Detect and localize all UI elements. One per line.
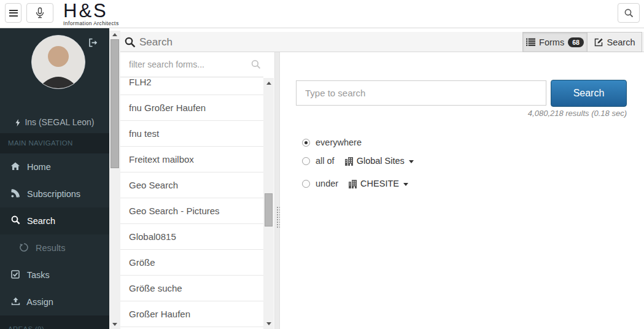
- panel-splitter[interactable]: [274, 52, 280, 329]
- hamburger-icon: [9, 10, 18, 17]
- scroll-up-arrow[interactable]: [109, 31, 120, 38]
- forms-count-badge: 68: [568, 37, 584, 47]
- navbar-search-button[interactable]: [618, 3, 640, 23]
- radio-all-of[interactable]: [302, 157, 310, 165]
- forms-toggle-button[interactable]: Forms 68: [522, 32, 588, 52]
- list-item[interactable]: Freitext mailbox: [120, 147, 263, 172]
- main-content: Search Forms 68: [109, 28, 644, 329]
- voice-search-button[interactable]: [26, 3, 53, 23]
- filter-search-forms-input[interactable]: [129, 52, 246, 77]
- list-icon: [526, 38, 535, 46]
- forms-list-scrollbar[interactable]: [263, 78, 274, 329]
- hamburger-menu-button[interactable]: [5, 3, 21, 23]
- sidebar-item-search[interactable]: Search: [0, 207, 109, 234]
- forms-list-scrollbar-thumb[interactable]: [265, 193, 273, 226]
- results-summary: 4,080,218 results (0.18 sec): [296, 109, 627, 118]
- sidebar-item-results[interactable]: Results: [0, 234, 109, 261]
- list-item[interactable]: Global0815: [120, 224, 263, 250]
- search-toggle-button[interactable]: Search: [588, 32, 642, 52]
- list-item[interactable]: Geo Search - Pictures: [120, 198, 263, 224]
- search-icon: [624, 9, 634, 18]
- rss-icon: [9, 181, 22, 208]
- scroll-down-arrow[interactable]: [109, 320, 120, 328]
- user-avatar[interactable]: [31, 35, 85, 89]
- page-scrollbar[interactable]: [109, 31, 120, 329]
- top-navbar: H&S Information Architects: [0, 0, 644, 28]
- main-navigation-header: MAIN NAVIGATION: [0, 133, 109, 153]
- list-item[interactable]: fnu test: [120, 121, 263, 147]
- scope-option-under: under CHESITE: [302, 177, 408, 190]
- list-item[interactable]: FLH2: [120, 78, 263, 95]
- areas-header: AREAS (9): [0, 315, 109, 329]
- chevron-down-icon: [409, 160, 414, 163]
- sidebar-item-assign[interactable]: Assign: [0, 288, 109, 315]
- search-panel: Search 4,080,218 results (0.18 sec) ever…: [280, 52, 644, 329]
- bolt-icon: [15, 117, 23, 127]
- search-input[interactable]: [296, 80, 546, 106]
- building-icon: [344, 157, 354, 166]
- building-icon: [348, 179, 357, 188]
- user-name: Ins (SEGAL Leon): [0, 117, 109, 127]
- chevron-down-icon: [403, 183, 408, 186]
- logo-title: H&S: [63, 1, 119, 20]
- search-forms-list: FLH2 fnu Großer Haufen fnu test Freitext…: [120, 78, 263, 329]
- chesite-dropdown[interactable]: CHESITE: [348, 179, 408, 188]
- task-check-icon: [9, 262, 22, 289]
- list-item[interactable]: Größe: [120, 250, 263, 276]
- content-header: Search Forms 68: [120, 32, 644, 52]
- upload-icon: [9, 289, 22, 316]
- edit-icon: [594, 37, 603, 47]
- sign-out-icon[interactable]: [88, 38, 98, 47]
- splitter-grip-icon[interactable]: [276, 206, 280, 229]
- search-icon: [125, 37, 136, 48]
- global-sites-dropdown[interactable]: Global Sites: [344, 156, 414, 166]
- list-item[interactable]: fnu Großer Haufen: [120, 95, 263, 121]
- history-icon: [17, 235, 31, 262]
- page-scrollbar-thumb[interactable]: [111, 39, 119, 168]
- scope-option-all-of: all of Global Sites: [302, 155, 414, 167]
- sidebar-item-tasks[interactable]: Tasks: [0, 261, 109, 288]
- list-item[interactable]: Großer Haufen: [120, 301, 263, 327]
- app-logo[interactable]: H&S Information Architects: [63, 1, 119, 26]
- radio-everywhere[interactable]: [302, 139, 310, 147]
- filter-row: [120, 52, 263, 77]
- scroll-up-arrow[interactable]: [263, 79, 274, 87]
- logo-subtitle: Information Architects: [63, 20, 119, 26]
- microphone-icon: [36, 7, 44, 18]
- page-title: Search: [125, 32, 173, 52]
- search-forms-panel: FLH2 fnu Großer Haufen fnu test Freitext…: [120, 52, 263, 329]
- scroll-down-arrow[interactable]: [263, 320, 274, 327]
- list-item[interactable]: Geo Search: [120, 172, 263, 198]
- search-icon: [251, 60, 261, 69]
- home-icon: [9, 154, 22, 181]
- radio-under[interactable]: [302, 180, 310, 188]
- sidebar: Ins (SEGAL Leon) MAIN NAVIGATION Home Su…: [0, 28, 109, 329]
- sidebar-item-home[interactable]: Home: [0, 153, 109, 180]
- search-submit-button[interactable]: Search: [551, 80, 627, 107]
- search-icon: [9, 208, 22, 235]
- scope-option-everywhere: everywhere: [302, 136, 362, 149]
- sidebar-item-subscriptions[interactable]: Subscriptions: [0, 180, 109, 207]
- list-item[interactable]: Größe suche: [120, 276, 263, 301]
